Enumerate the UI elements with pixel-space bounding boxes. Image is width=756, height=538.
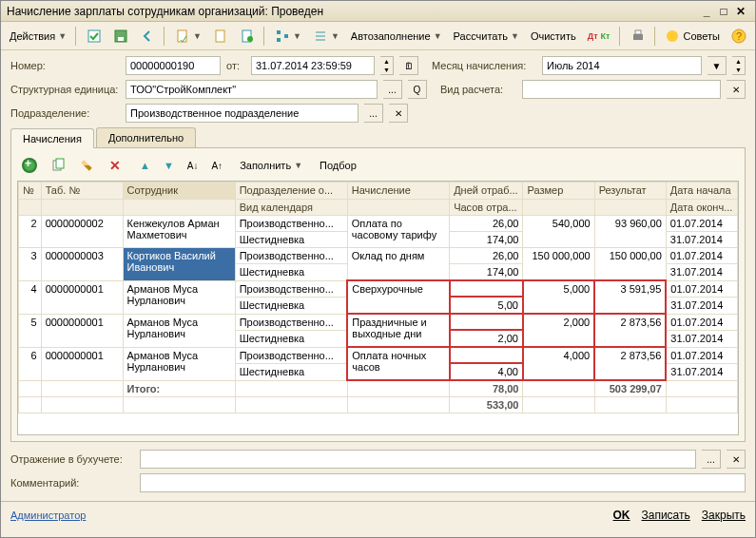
dtkt-icon[interactable]: ДтКт <box>583 26 615 47</box>
total-row: Итого: 78,00 503 299,07 <box>19 380 738 397</box>
month-label: Месяц начисления: <box>432 60 536 71</box>
comment-label: Комментарий: <box>10 477 134 489</box>
col-result[interactable]: Результат <box>594 183 666 200</box>
calc-type-label: Вид расчета: <box>440 84 516 95</box>
calc-type-clear-icon[interactable]: ✕ <box>727 80 746 99</box>
number-input[interactable] <box>126 56 221 75</box>
col-start[interactable]: Дата начала <box>666 183 737 200</box>
autofill-menu[interactable]: Автозаполнение▼ <box>346 26 447 47</box>
svg-point-15 <box>667 30 678 42</box>
fill-menu[interactable]: Заполнить▼ <box>235 155 307 176</box>
table-row[interactable]: 30000000003 Кортиков Василий ИвановичПро… <box>19 248 738 264</box>
accounting-input[interactable] <box>140 450 696 469</box>
save-button[interactable]: Записать <box>642 509 690 522</box>
main-toolbar: Действия▼ ▼ ▼ ▼ Автозаполнение▼ Рассчита… <box>1 22 755 50</box>
accounting-label: Отражение в бухучете: <box>10 453 134 465</box>
unit-label: Структурная единица: <box>10 84 120 95</box>
titlebar: Начисление зарплаты сотрудникам организа… <box>1 1 755 22</box>
tab-extra[interactable]: Дополнительно <box>96 127 196 147</box>
col-days[interactable]: Дней отраб... <box>450 183 523 200</box>
post-icon[interactable] <box>82 26 107 47</box>
date-spinner[interactable]: ▲▼ <box>380 56 394 75</box>
accounting-clear-icon[interactable]: ✕ <box>727 450 746 469</box>
app-window: Начисление зарплаты сотрудникам организа… <box>0 0 756 538</box>
col-div[interactable]: Подразделение о... <box>235 183 347 200</box>
month-input[interactable] <box>542 56 702 75</box>
doc3-icon[interactable] <box>235 26 260 47</box>
tab-accruals[interactable]: Начисления <box>10 128 94 148</box>
svg-rect-7 <box>277 30 281 34</box>
division-clear-icon[interactable]: ✕ <box>389 104 408 123</box>
edit-row-button[interactable] <box>74 155 99 176</box>
sort-asc-icon[interactable]: A↓ <box>183 155 204 176</box>
col-tab[interactable]: Таб. № <box>41 183 123 200</box>
unit-input[interactable] <box>126 80 378 99</box>
bottom-bar: Администратор OK Записать Закрыть <box>1 501 755 528</box>
save-icon[interactable] <box>108 26 133 47</box>
col-accr[interactable]: Начисление <box>347 183 449 200</box>
unit-select-icon[interactable]: ... <box>383 80 402 99</box>
move-down-icon[interactable]: ▼ <box>159 155 179 176</box>
move-up-icon[interactable]: ▲ <box>135 155 155 176</box>
calc-menu[interactable]: Рассчитать▼ <box>449 26 524 47</box>
close-button[interactable]: Закрыть <box>702 509 746 522</box>
col-emp[interactable]: Сотрудник <box>123 183 235 200</box>
svg-rect-19 <box>56 159 64 168</box>
col-size[interactable]: Размер <box>523 183 594 200</box>
month-spinner[interactable]: ▲▼ <box>732 56 746 75</box>
month-dropdown-icon[interactable]: ▼ <box>708 56 727 75</box>
doc1-icon[interactable]: ▼ <box>170 26 206 47</box>
accrual-grid[interactable]: № Таб. № Сотрудник Подразделение о... На… <box>17 181 739 435</box>
minimize-icon[interactable]: _ <box>698 5 715 18</box>
calc-type-input[interactable] <box>522 80 721 99</box>
date-input[interactable] <box>251 56 375 75</box>
svg-text:?: ? <box>736 30 742 42</box>
col-n[interactable]: № <box>19 183 42 200</box>
footer-form: Отражение в бухучете: ... ✕ Комментарий: <box>1 446 755 501</box>
svg-point-6 <box>247 36 253 42</box>
table-row[interactable]: 50000000001 Арманов Муса НурлановичПроиз… <box>19 314 738 330</box>
admin-link[interactable]: Администратор <box>10 509 86 521</box>
from-label: от: <box>226 60 245 71</box>
number-label: Номер: <box>10 60 120 71</box>
svg-rect-2 <box>118 37 124 41</box>
copy-row-button[interactable] <box>46 155 70 176</box>
doc2-icon[interactable] <box>208 26 233 47</box>
svg-rect-8 <box>277 38 281 42</box>
add-row-button[interactable] <box>17 155 42 176</box>
header-row: № Таб. № Сотрудник Подразделение о... На… <box>19 183 738 200</box>
clear-button[interactable]: Очистить <box>526 26 581 47</box>
list-icon[interactable]: ▼ <box>308 26 344 47</box>
division-select-icon[interactable]: ... <box>364 104 383 123</box>
svg-rect-4 <box>216 30 224 42</box>
delete-row-button[interactable]: ✕ <box>103 155 127 176</box>
unit-open-icon[interactable]: Q <box>408 80 427 99</box>
back-icon[interactable] <box>135 26 160 47</box>
advice-button[interactable]: Советы <box>660 26 724 47</box>
tabs: Начисления Дополнительно <box>10 127 746 148</box>
tree-icon[interactable]: ▼ <box>270 26 306 47</box>
division-label: Подразделение: <box>10 107 120 119</box>
maximize-icon[interactable]: □ <box>715 5 732 18</box>
table-row[interactable]: 20000000002 Кенжекулов Арман МахметовичП… <box>19 216 738 232</box>
svg-rect-14 <box>635 30 641 34</box>
sort-desc-icon[interactable]: A↑ <box>206 155 227 176</box>
select-button[interactable]: Подбор <box>315 155 361 176</box>
print-icon[interactable] <box>626 26 650 47</box>
close-icon[interactable]: ✕ <box>732 5 749 18</box>
table-row[interactable]: 40000000001 Арманов Муса НурлановичПроиз… <box>19 280 738 297</box>
window-title: Начисление зарплаты сотрудникам организа… <box>7 5 323 18</box>
ok-button[interactable]: OK <box>613 509 630 522</box>
calendar-icon[interactable]: 🗓 <box>399 56 418 75</box>
accounting-select-icon[interactable]: ... <box>702 450 721 469</box>
svg-rect-9 <box>284 34 288 38</box>
svg-rect-3 <box>178 30 186 42</box>
division-input[interactable] <box>126 104 359 123</box>
svg-rect-0 <box>88 30 100 42</box>
table-row[interactable]: 60000000001 Арманов Муса НурлановичПроиз… <box>19 347 738 363</box>
form-header: Номер: от: ▲▼ 🗓 Месяц начисления: ▼ ▲▼ С… <box>1 50 755 446</box>
comment-input[interactable] <box>140 473 746 492</box>
subheader-row: Вид календаря Часов отра... Дата оконч..… <box>19 200 738 216</box>
actions-menu[interactable]: Действия▼ <box>5 26 71 47</box>
help-icon[interactable]: ? <box>727 26 751 47</box>
